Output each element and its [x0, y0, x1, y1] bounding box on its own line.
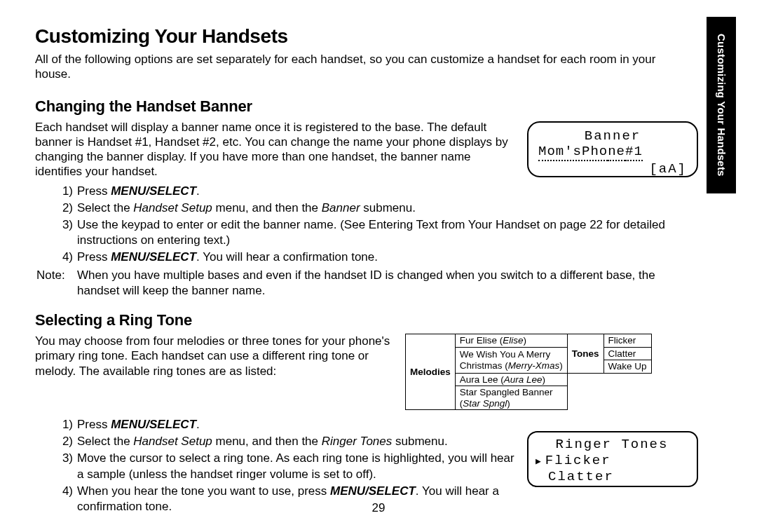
banner-paragraph: Each handset will display a banner name … [35, 120, 516, 179]
melodies-header: Melodies [406, 334, 456, 410]
intro-paragraph: All of the following options are set sep… [35, 52, 680, 82]
lcd-banner-line1: Banner [538, 128, 687, 144]
list-item: 2) Select the Handset Setup menu, and th… [35, 200, 698, 216]
list-item: 4) Press MENU/SELECT. You will hear a co… [35, 250, 698, 265]
table-cell: Aura Lee (Aura Lee) [455, 373, 567, 386]
page-title: Customizing Your Handsets [35, 25, 698, 48]
lcd-banner-screen: Banner Mom'sPhone #1 [aA] [527, 121, 698, 177]
lcd-ringer-line3: Clatter [536, 469, 688, 485]
page-number: 29 [0, 501, 757, 515]
ringtone-paragraph: You may choose from four melodies or thr… [35, 334, 393, 378]
lcd-banner-line2: Mom'sPhone #1 [538, 144, 687, 161]
table-cell: Clatter [603, 347, 651, 360]
section-thumb-label: Customizing Your Handsets [716, 34, 728, 177]
list-item: 1) Press MENU/SELECT. [35, 417, 514, 432]
table-cell: Fur Elise (Elise) [455, 334, 567, 348]
list-item: 3) Use the keypad to enter or edit the b… [35, 217, 698, 248]
lcd-ringer-line2: Flicker [536, 453, 688, 469]
table-cell: We Wish You A MerryChristmas (Merry-Xmas… [455, 347, 567, 373]
section-heading-ringtone: Selecting a Ring Tone [35, 311, 698, 329]
banner-note: Note: When you have multiple bases and e… [35, 268, 698, 299]
lcd-banner-line3: [aA] [538, 161, 687, 177]
list-item: 2) Select the Handset Setup menu, and th… [35, 434, 514, 449]
banner-steps-list: 1) Press MENU/SELECT. 2) Select the Hand… [35, 184, 698, 265]
tones-header: Tones [567, 334, 603, 374]
list-item: 1) Press MENU/SELECT. [35, 184, 698, 199]
lcd-ringer-screen: Ringer Tones Flicker Clatter [527, 431, 698, 487]
section-thumb-tab: Customizing Your Handsets [707, 17, 736, 193]
table-cell: Star Spangled Banner(Star Spngl) [455, 386, 567, 410]
table-cell: Wake Up [603, 360, 651, 374]
list-item: 3) Move the cursor to select a ring tone… [35, 451, 514, 482]
section-heading-banner: Changing the Handset Banner [35, 97, 698, 116]
table-cell: Flicker [603, 334, 651, 348]
ringtone-table: Melodies Fur Elise (Elise) Tones Flicker… [405, 334, 652, 410]
lcd-ringer-line1: Ringer Tones [536, 437, 688, 453]
